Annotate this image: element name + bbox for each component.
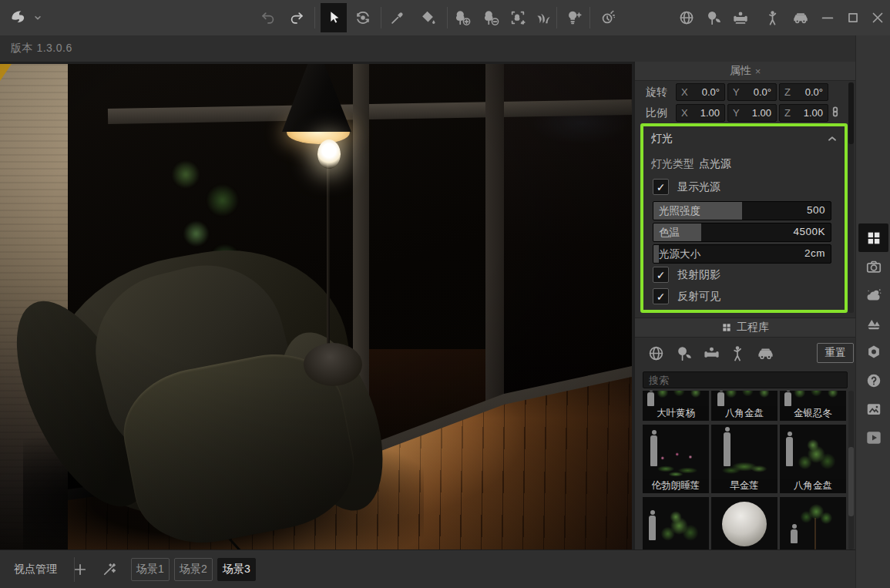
- add-light-tool-button[interactable]: [564, 8, 584, 28]
- scene-tab-3-active[interactable]: 场景3: [217, 558, 256, 581]
- library-scrollbar-thumb[interactable]: [848, 447, 854, 516]
- library-category-furniture-icon[interactable]: [701, 343, 721, 363]
- app-logo-icon[interactable]: [8, 8, 28, 28]
- sun-time-tool-button[interactable]: [598, 8, 618, 28]
- color-temperature-label: 色温: [659, 226, 680, 240]
- sidebar-camera-icon[interactable]: [864, 257, 883, 276]
- library-item-label: 八角金盘: [780, 479, 846, 493]
- viewpoint-manager-button[interactable]: 视点管理: [14, 550, 57, 588]
- light-type-value[interactable]: 点光源: [699, 157, 731, 171]
- rotation-z-field[interactable]: Z 0.0°: [779, 83, 828, 101]
- properties-panel-header[interactable]: 属性 ×: [635, 62, 855, 81]
- light-intensity-slider[interactable]: 光照强度 500: [653, 201, 831, 220]
- color-temperature-value: 4500K: [793, 226, 825, 237]
- sidebar-weather-icon[interactable]: [864, 285, 883, 304]
- collapse-chevron-up-icon[interactable]: [827, 133, 838, 144]
- library-item[interactable]: 八角金盘: [780, 425, 846, 493]
- axis-value: 0.0°: [702, 86, 720, 98]
- checkbox-checked-icon[interactable]: ✓: [653, 179, 669, 195]
- properties-scrollbar-thumb[interactable]: [848, 82, 854, 144]
- show-light-source-label: 显示光源: [677, 180, 720, 194]
- window-minimize-button[interactable]: [818, 8, 838, 28]
- scale-label: 比例: [646, 106, 667, 120]
- library-search-input[interactable]: [643, 371, 848, 388]
- scene-floor-lamp-base: [304, 343, 362, 386]
- area-vegetation-brush-tool-button[interactable]: [508, 8, 528, 28]
- library-category-vehicle-icon[interactable]: [755, 343, 775, 363]
- window-close-button[interactable]: [868, 8, 888, 28]
- visible-in-reflection-label: 反射可见: [677, 290, 720, 304]
- library-item[interactable]: [643, 497, 709, 549]
- sidebar-image-render-icon[interactable]: [864, 399, 883, 418]
- library-panel-header[interactable]: 工程库: [635, 318, 855, 338]
- scale-z-field[interactable]: Z 1.00: [779, 104, 828, 122]
- scale-y-field[interactable]: Y 1.00: [727, 104, 777, 122]
- orbit-transform-tool-button[interactable]: [353, 8, 373, 28]
- sidebar-library-grid-icon[interactable]: [864, 228, 883, 247]
- scene-tab-1[interactable]: 场景1: [131, 558, 170, 581]
- sidebar-help-icon[interactable]: [864, 371, 883, 390]
- scale-person-silhouette: [717, 392, 724, 406]
- library-category-vegetation-icon[interactable]: [673, 343, 694, 363]
- geography-library-button[interactable]: [677, 8, 697, 28]
- add-vegetation-tool-button[interactable]: [452, 8, 472, 28]
- redo-button[interactable]: [287, 8, 307, 28]
- library-item[interactable]: 八角金盘: [711, 391, 777, 421]
- library-category-geography-icon[interactable]: [646, 343, 666, 363]
- checkbox-checked-icon[interactable]: ✓: [653, 288, 669, 304]
- show-light-source-checkbox-row[interactable]: ✓ 显示光源: [653, 179, 720, 195]
- properties-panel: 属性 × 旋转 X 0.0° Y 0.0° Z 0.0°: [633, 62, 855, 549]
- scene-window-mullion: [485, 64, 504, 407]
- color-temperature-slider[interactable]: 色温 4500K: [653, 223, 831, 242]
- checkbox-checked-icon[interactable]: ✓: [653, 267, 669, 283]
- light-section-highlighted: 灯光 灯光类型 点光源 ✓ 显示光源 光照强度 500 色温: [640, 123, 848, 313]
- library-item[interactable]: 旱金莲: [711, 425, 777, 493]
- cast-shadow-checkbox-row[interactable]: ✓ 投射阴影: [653, 267, 720, 283]
- library-title: 工程库: [737, 321, 769, 334]
- sidebar-settings-nut-icon[interactable]: [864, 342, 883, 361]
- sidebar-video-render-icon[interactable]: [864, 428, 883, 447]
- furniture-library-button[interactable]: [730, 8, 751, 28]
- library-reset-button[interactable]: 重置: [817, 343, 854, 363]
- ai-wand-button[interactable]: [100, 560, 119, 579]
- logo-dropdown-chevron-icon[interactable]: [34, 14, 42, 22]
- vehicle-library-button[interactable]: [791, 8, 811, 28]
- light-type-label: 灯光类型: [651, 157, 694, 171]
- visible-in-reflection-checkbox-row[interactable]: ✓ 反射可见: [653, 288, 720, 304]
- add-scene-button[interactable]: [71, 560, 89, 579]
- library-item[interactable]: [711, 497, 777, 549]
- library-item[interactable]: 金银忍冬: [780, 391, 846, 421]
- library-item[interactable]: [780, 497, 846, 549]
- scene-tab-2[interactable]: 场景2: [174, 558, 213, 581]
- properties-close-icon[interactable]: ×: [755, 66, 761, 77]
- axis-value: 1.00: [700, 107, 720, 119]
- rotation-x-field[interactable]: X 0.0°: [676, 83, 725, 101]
- character-library-button[interactable]: [763, 8, 783, 28]
- light-size-slider[interactable]: 光源大小 2cm: [653, 244, 831, 264]
- paint-bucket-tool-button[interactable]: [418, 8, 438, 28]
- library-category-character-icon[interactable]: [727, 343, 747, 363]
- rotation-y-field[interactable]: Y 0.0°: [727, 83, 777, 101]
- grass-brush-tool-button[interactable]: [533, 8, 553, 28]
- scene-light-bulb[interactable]: [317, 139, 341, 169]
- library-item[interactable]: 伦勃朗睡莲: [643, 425, 709, 493]
- material-picker-tool-button[interactable]: [388, 8, 408, 28]
- app-window: 版本 1.3.0.6: [0, 0, 890, 588]
- vegetation-library-button[interactable]: [704, 8, 724, 28]
- remove-vegetation-tool-button[interactable]: [481, 8, 501, 28]
- workspace: 属性 × 旋转 X 0.0° Y 0.0° Z 0.0°: [0, 62, 855, 549]
- sidebar-terrain-icon[interactable]: [864, 314, 883, 333]
- scale-person-silhouette: [647, 392, 654, 406]
- undo-button[interactable]: [258, 8, 278, 28]
- library-item[interactable]: 大叶黄杨: [643, 391, 709, 421]
- library-item-label: 金银忍冬: [780, 406, 846, 421]
- window-maximize-button[interactable]: [843, 8, 863, 28]
- scale-link-icon[interactable]: [829, 106, 843, 119]
- scale-row: 比例 X 1.00 Y 1.00 Z 1.00: [635, 103, 855, 123]
- scale-x-field[interactable]: X 1.00: [676, 104, 725, 122]
- title-bar: [0, 0, 890, 36]
- scale-person-silhouette: [650, 435, 657, 466]
- 3d-viewport[interactable]: [0, 64, 632, 549]
- library-item-label: 旱金莲: [711, 479, 777, 493]
- select-tool-button-active[interactable]: [321, 3, 347, 32]
